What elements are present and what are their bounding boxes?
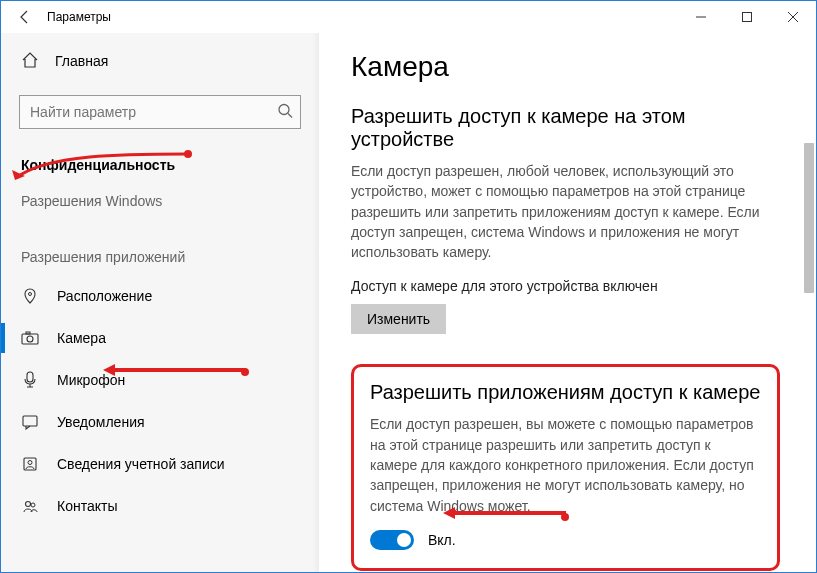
sidebar-label: Камера [57,330,106,346]
allow-device-access-body: Если доступ разрешен, любой человек, исп… [351,161,780,262]
sidebar-item-camera[interactable]: Камера [1,317,319,359]
maximize-button[interactable] [724,1,770,33]
back-button[interactable] [7,1,43,33]
sidebar-item-location[interactable]: Расположение [1,275,319,317]
svg-line-3 [288,114,292,118]
window-title: Параметры [47,10,111,24]
svg-point-11 [28,461,32,465]
home-icon [21,51,39,72]
main-content: Камера Разрешить доступ к камере на этом… [319,33,816,572]
sidebar-label: Сведения учетной записи [57,456,225,472]
svg-rect-1 [743,13,752,22]
svg-rect-8 [27,372,33,382]
sidebar-label: Уведомления [57,414,145,430]
svg-point-4 [29,293,32,296]
sidebar-item-contacts[interactable]: Контакты [1,485,319,527]
toggle-label: Вкл. [428,532,456,548]
sidebar-label: Контакты [57,498,117,514]
section-privacy: Конфиденциальность [1,143,319,183]
camera-icon [21,329,39,347]
svg-point-12 [26,502,31,507]
close-button[interactable] [770,1,816,33]
subsection-app-permissions: Разрешения приложений [1,239,319,275]
home-label: Главная [55,53,108,69]
svg-point-2 [279,105,289,115]
contacts-icon [21,497,39,515]
sidebar-item-account-info[interactable]: Сведения учетной записи [1,443,319,485]
svg-rect-9 [23,416,37,426]
sidebar-item-notifications[interactable]: Уведомления [1,401,319,443]
sidebar: Главная Конфиденциальность Разрешения Wi… [1,33,319,572]
home-nav[interactable]: Главная [1,41,319,81]
svg-point-13 [31,503,35,507]
apps-access-toggle[interactable] [370,530,414,550]
sidebar-item-microphone[interactable]: Микрофон [1,359,319,401]
scrollbar[interactable] [804,143,814,293]
sidebar-label: Расположение [57,288,152,304]
allow-apps-access-title: Разрешить приложениям доступ к камере [370,381,761,404]
search-input[interactable] [19,95,301,129]
notifications-icon [21,413,39,431]
titlebar: Параметры [1,1,816,33]
annotation-box: Разрешить приложениям доступ к камере Ес… [351,364,780,570]
account-icon [21,455,39,473]
device-access-status: Доступ к камере для этого устройства вкл… [351,278,780,294]
minimize-button[interactable] [678,1,724,33]
location-icon [21,287,39,305]
svg-rect-7 [26,332,30,334]
subsection-windows-permissions[interactable]: Разрешения Windows [1,183,319,219]
sidebar-label: Микрофон [57,372,125,388]
allow-apps-access-body: Если доступ разрешен, вы можете с помощь… [370,414,761,515]
svg-point-6 [27,336,33,342]
microphone-icon [21,371,39,389]
change-button[interactable]: Изменить [351,304,446,334]
search-icon [277,103,293,122]
page-title: Камера [351,51,780,83]
allow-device-access-title: Разрешить доступ к камере на этом устрой… [351,105,780,151]
